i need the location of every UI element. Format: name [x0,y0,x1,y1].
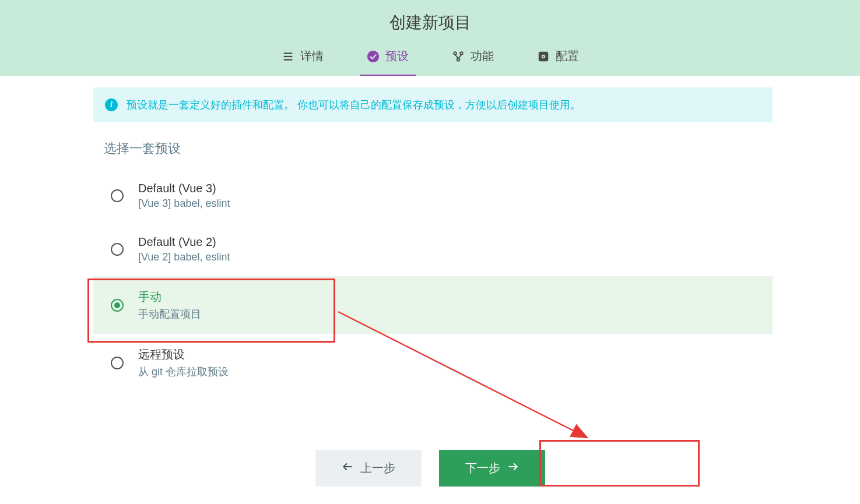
radio-icon [111,243,124,256]
preset-desc: 从 git 仓库拉取预设 [138,365,229,379]
preset-desc: 手动配置项目 [138,307,201,321]
next-label: 下一步 [465,460,500,476]
svg-point-5 [460,52,463,55]
prev-button[interactable]: 上一步 [315,450,422,487]
radio-icon [111,357,124,369]
tab-label: 详情 [300,48,324,64]
info-icon: i [105,98,118,111]
tab-label: 功能 [471,48,494,64]
preset-title: Default (Vue 2) [138,235,230,249]
list-icon [282,50,294,63]
preset-item-remote[interactable]: 远程预设 从 git 仓库拉取预设 [93,334,773,392]
footer-buttons: 上一步 下一步 [0,450,860,487]
arrow-left-icon [342,461,353,475]
tab-features[interactable]: 功能 [445,45,501,67]
section-title: 选择一套预设 [104,140,773,157]
tab-label: 配置 [556,48,579,64]
svg-point-3 [367,50,378,62]
radio-icon [111,189,124,202]
content: i 预设就是一套定义好的插件和配置。 你也可以将自己的配置保存成预设，方便以后创… [0,76,860,392]
prev-label: 上一步 [360,460,395,476]
preset-desc: [Vue 3] babel, eslint [138,198,230,210]
arrow-right-icon [507,461,519,475]
info-banner: i 预设就是一套定义好的插件和配置。 你也可以将自己的配置保存成预设，方便以后创… [93,87,773,122]
preset-item-default-vue3[interactable]: Default (Vue 3) [Vue 3] babel, eslint [93,169,773,223]
preset-title: 远程预设 [138,347,229,362]
preset-item-default-vue2[interactable]: Default (Vue 2) [Vue 2] babel, eslint [93,223,773,276]
info-text: 预设就是一套定义好的插件和配置。 你也可以将自己的配置保存成预设，方便以后创建项… [127,98,581,112]
preset-desc: [Vue 2] babel, eslint [138,251,230,263]
preset-title: 手动 [138,289,201,305]
radio-icon [111,299,124,312]
page-title: 创建新项目 [0,12,860,45]
preset-list: Default (Vue 3) [Vue 3] babel, eslint De… [93,169,773,392]
tab-details[interactable]: 详情 [275,45,331,67]
preset-item-manual[interactable]: 手动 手动配置项目 [93,276,773,334]
check-circle-icon [367,50,380,63]
tab-config[interactable]: 配置 [530,45,586,67]
tab-label: 预设 [385,48,409,64]
gear-icon [537,50,550,63]
preset-title: Default (Vue 3) [138,182,230,195]
svg-point-9 [542,55,544,57]
next-button[interactable]: 下一步 [439,450,545,487]
merge-icon [452,50,465,63]
header: 创建新项目 详情 预设 功能 配置 [0,0,860,76]
tabs: 详情 预设 功能 配置 [0,45,860,76]
tab-presets[interactable]: 预设 [360,45,416,67]
svg-point-4 [454,52,457,55]
